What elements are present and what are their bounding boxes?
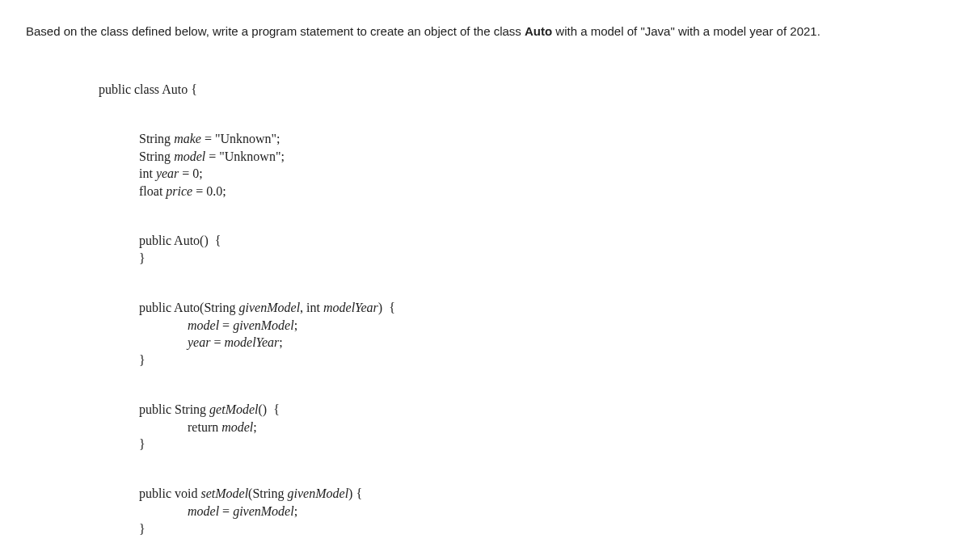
question-suffix: with a model of "Java" with a model year… [552, 24, 820, 38]
constructor-default: public Auto() { } [139, 232, 944, 267]
question-text: Based on the class defined below, write … [26, 23, 944, 41]
class-declaration: public class Auto { [99, 81, 944, 99]
question-prefix: Based on the class defined below, write … [26, 24, 525, 38]
method-setmodel: public void setModel(String givenModel) … [139, 485, 944, 537]
constructor-params: public Auto(String givenModel, int model… [139, 299, 944, 368]
fields-block: String make = "Unknown"; String model = … [139, 130, 944, 200]
method-getmodel: public String getModel() { return model;… [139, 401, 944, 453]
code-block: public class Auto { String make = "Unkno… [99, 64, 944, 561]
question-bold: Auto [525, 24, 552, 38]
